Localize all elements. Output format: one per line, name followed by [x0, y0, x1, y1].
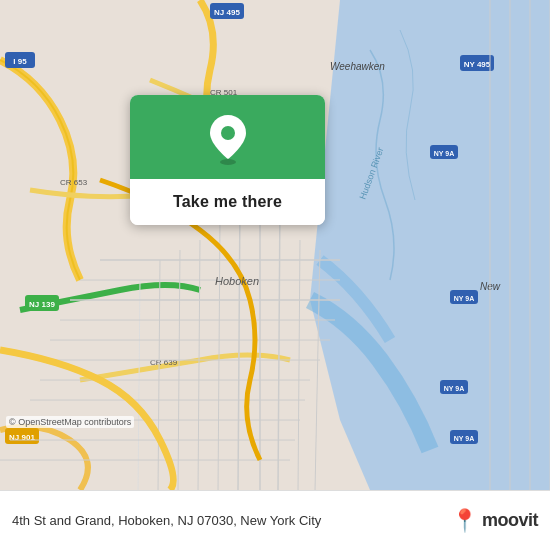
svg-text:NY 9A: NY 9A [454, 295, 475, 302]
svg-text:NJ 901: NJ 901 [9, 433, 35, 442]
map-container: I 95 NJ 495 CR 501 CR 653 NJ 139 CR 639 … [0, 0, 550, 490]
moovit-pin-icon: 📍 [451, 508, 478, 534]
svg-text:CR 653: CR 653 [60, 178, 88, 187]
location-card: Take me there [130, 95, 325, 225]
svg-text:NY 9A: NY 9A [444, 385, 465, 392]
moovit-logo: 📍 moovit [451, 508, 538, 534]
svg-text:NY 9A: NY 9A [454, 435, 475, 442]
address-text: 4th St and Grand, Hoboken, NJ 07030, New… [12, 513, 321, 528]
svg-marker-1 [310, 0, 550, 490]
svg-text:I 95: I 95 [13, 57, 27, 66]
pin-icon [206, 113, 250, 165]
svg-point-53 [221, 126, 235, 140]
svg-text:NJ 139: NJ 139 [29, 300, 55, 309]
svg-text:Weehawken: Weehawken [330, 61, 385, 72]
svg-text:NY 9A: NY 9A [434, 150, 455, 157]
bottom-bar: 4th St and Grand, Hoboken, NJ 07030, New… [0, 490, 550, 550]
osm-credit: © OpenStreetMap contributors [6, 416, 134, 428]
moovit-label: moovit [482, 510, 538, 531]
take-me-there-button[interactable]: Take me there [130, 179, 325, 225]
svg-text:Hoboken: Hoboken [215, 275, 259, 287]
svg-point-52 [220, 159, 236, 165]
address-area: 4th St and Grand, Hoboken, NJ 07030, New… [12, 513, 321, 528]
svg-text:NJ 495: NJ 495 [214, 8, 240, 17]
svg-text:NY 495: NY 495 [464, 60, 491, 69]
card-green-area [130, 95, 325, 179]
svg-text:CR 639: CR 639 [150, 358, 178, 367]
